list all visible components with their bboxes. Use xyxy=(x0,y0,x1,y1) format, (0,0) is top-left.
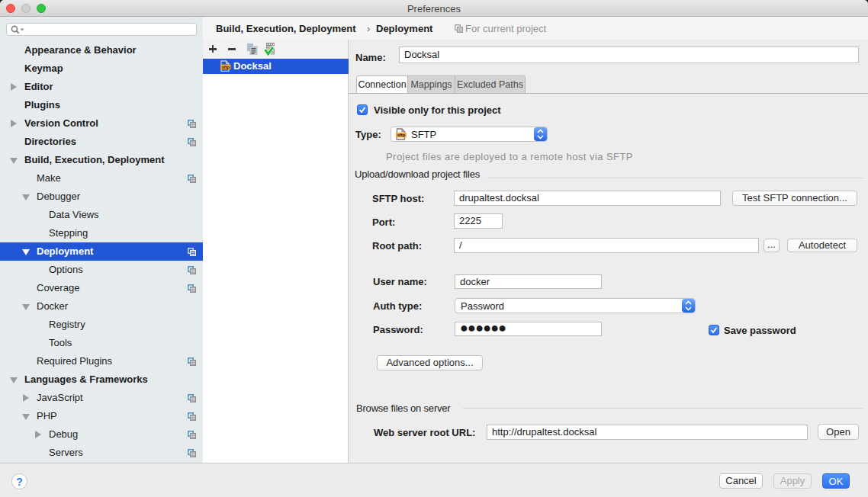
svg-text:sftp: sftp xyxy=(397,133,406,137)
svg-text:sftp: sftp xyxy=(221,64,230,69)
